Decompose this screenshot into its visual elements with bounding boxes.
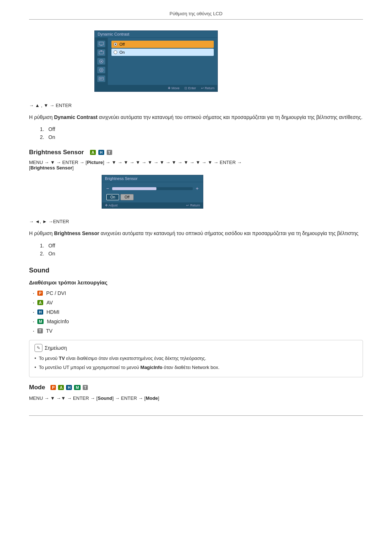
dc-option-on[interactable]: On [111, 49, 214, 56]
brightness-sensor-heading: Brightness Sensor A H T [29, 149, 363, 156]
para-dynamic-contrast: Η ρύθμιση Dynamic Contrast ανιχνεύει αυτ… [29, 113, 363, 121]
page-footer-line [29, 415, 363, 416]
badge-t-tv: T [37, 328, 43, 333]
sound-modes-list: · P PC / DVI · A AV · H HDMI · M MagicIn… [29, 290, 363, 334]
mode-av: · A AV [29, 299, 363, 306]
list-brightness-sensor: 1. Off 2. On [29, 243, 363, 257]
mode-badge-p: P [50, 385, 56, 390]
badge-a: A [90, 150, 96, 155]
sidebar-icon-2 [97, 49, 105, 56]
list-item-2-2: 2. On [29, 251, 363, 257]
mode-badge-a: A [58, 385, 64, 390]
note-header: ✎ Σημείωση [34, 344, 358, 352]
badge-p-pc: P [37, 291, 43, 296]
sidebar-icon-5 [97, 75, 105, 82]
bs-slider-fill [112, 187, 157, 190]
mode-pc-dvi: · P PC / DVI [29, 290, 363, 296]
bs-title-bar: Brightness Sensor [102, 175, 203, 182]
svg-rect-4 [101, 50, 102, 52]
mode-badge-h: H [66, 385, 72, 390]
bs-btn-row[interactable]: On Off [102, 193, 203, 202]
dc-option-off[interactable]: Off [111, 41, 214, 48]
bs-footer: ❖ Adjust ↩ Return [102, 202, 203, 208]
svg-rect-0 [99, 42, 103, 45]
dc-sidebar [95, 38, 108, 85]
note-label: Σημείωση [45, 345, 67, 351]
slider-plus-icon: + [196, 186, 199, 191]
arrow-line-1: → ▲ , ▼ → ENTER [29, 103, 363, 108]
dc-content: Off On [108, 38, 217, 85]
badge-a-av: A [37, 300, 43, 305]
brightness-sensor-screenshot: Brightness Sensor − + On Off [102, 175, 203, 209]
sidebar-icon-1 [97, 41, 105, 47]
note-item-1: Το μενού TV είναι διαθέσιμο όταν είναι ε… [34, 355, 358, 362]
bs-slider-track [112, 187, 193, 190]
note-box: ✎ Σημείωση Το μενού TV είναι διαθέσιμο ό… [29, 340, 363, 377]
svg-rect-10 [99, 77, 103, 80]
mode-hdmi: · H HDMI [29, 309, 363, 315]
bs-btn-on[interactable]: On [106, 194, 119, 200]
dc-title-bar: Dynamic Contrast [95, 31, 217, 38]
arrow-line-2: → ◄, ► →ENTER [29, 219, 363, 224]
list-item-1-2: 2. On [29, 134, 363, 140]
mode-badge-t: T [83, 385, 88, 390]
mode-heading: Mode P A H M T [29, 384, 363, 391]
badge-t: T [107, 150, 112, 155]
badge-h-hdmi: H [37, 309, 43, 315]
list-dynamic-contrast: 1. Off 2. On [29, 126, 363, 140]
dynamic-contrast-screenshot: Dynamic Contrast [94, 30, 218, 92]
bs-slider-row: − + [102, 183, 203, 193]
sound-sub-heading: Διαθέσιμοι τρόποι λειτουργίας [29, 279, 363, 286]
mode-tv: · T TV [29, 328, 363, 334]
list-item-2-1: 1. Off [29, 243, 363, 249]
note-item-2: Το μοντέλο UT μπορεί να χρησιμοποιεί το … [34, 364, 358, 371]
svg-point-6 [101, 61, 102, 62]
slider-minus-icon: − [106, 186, 109, 191]
page-title: Ρύθμιση της οθόνης LCD [170, 11, 222, 16]
mode-magicinfo: · M MagicInfo [29, 318, 363, 325]
sound-heading: Sound [29, 267, 363, 274]
note-list: Το μενού TV είναι διαθέσιμο όταν είναι ε… [34, 355, 358, 371]
bs-btn-off[interactable]: Off [121, 194, 133, 200]
note-icon: ✎ [34, 344, 42, 352]
mode-badge-m: M [74, 385, 80, 390]
dc-footer: ❖ Move ⊡ Enter ↩ Return [95, 85, 217, 91]
list-item-1-1: 1. Off [29, 126, 363, 132]
badge-m-magicinfo: M [37, 319, 44, 324]
svg-rect-3 [99, 51, 103, 54]
brightness-sensor-menu-path: MENU → ▼ → ENTER → [Picture] → ▼ → ▼ → ▼… [29, 160, 363, 171]
mode-menu-path: MENU → ▼ →▼ → ENTER → [Sound] → ENTER → … [29, 395, 363, 401]
sidebar-icon-4 [97, 67, 105, 73]
para-brightness-sensor: Η ρύθμιση Brightness Sensor ανιχνεύει αυ… [29, 229, 363, 237]
page-container: Ρύθμιση της οθόνης LCD Dynamic Contrast [0, 0, 392, 438]
badge-h: H [98, 150, 104, 155]
sidebar-icon-3 [97, 58, 105, 65]
page-header: Ρύθμιση της οθόνης LCD [29, 11, 363, 20]
